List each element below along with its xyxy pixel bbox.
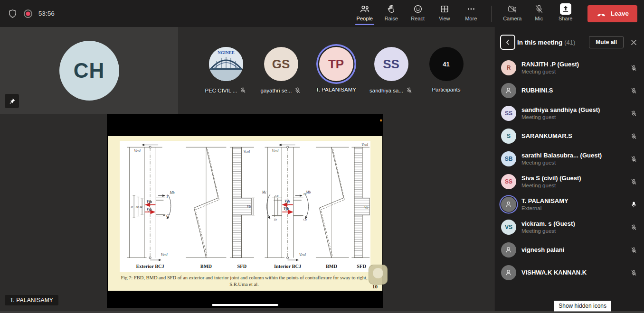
participant-row[interactable]: SSsandhiya sandhiya (Guest)Meeting guest [494, 102, 644, 125]
caption-line1: Fig 7: FBD, BMD and SFD of an exterior a… [121, 275, 367, 280]
chevron-left-icon [504, 39, 511, 46]
diagram-column-label: BMD [200, 264, 212, 269]
strip-participant-name: T. PALANISAMY [316, 87, 356, 92]
camera-toggle-button[interactable]: Camera [499, 2, 526, 25]
toolbar-divider [491, 6, 492, 22]
participants-panel-header: In this meeting(41) Mute all [494, 27, 644, 55]
tab-label: More [465, 16, 477, 21]
pin-button[interactable] [5, 94, 19, 108]
tab-view[interactable]: View [431, 2, 458, 25]
mic-muted-icon[interactable] [630, 156, 637, 163]
participant-row[interactable]: VSvickram. s (Guest)Meeting guest [494, 216, 644, 239]
tab-react[interactable]: React [405, 2, 431, 25]
diagram-label: hb [136, 205, 139, 208]
participant-row[interactable]: RRANJITH .P (Guest)Meeting guest [494, 56, 644, 79]
participant-subtitle: External [521, 205, 568, 212]
diagram-label: Vcol [361, 142, 368, 147]
default-person-avatar [501, 197, 516, 212]
close-panel-button[interactable] [629, 38, 638, 47]
mic-muted-icon[interactable] [630, 178, 637, 185]
participant-row[interactable]: VISHWA.K KANNAN.K [494, 261, 644, 284]
participant-name: RANJITH .P (Guest) [521, 61, 579, 68]
mic-toggle-button[interactable]: Mic [526, 2, 552, 25]
shield-icon [8, 9, 18, 19]
tab-raise[interactable]: Raise [378, 2, 405, 25]
participant-subtitle: Meeting guest [521, 228, 575, 234]
initials-avatar: S [501, 129, 516, 144]
pin-icon [9, 98, 16, 105]
filmstrip-participant-tile[interactable]: NGINEEPEC CIVIL ... [201, 47, 251, 94]
mic-muted-icon [294, 87, 301, 94]
participant-name: T. PALANISAMY [521, 197, 568, 205]
people-icon [359, 4, 370, 14]
diagram-label: Vjh [284, 199, 290, 203]
participants-overflow-tile[interactable]: 41Participants [421, 47, 472, 92]
initials-avatar: GS [264, 47, 298, 81]
participant-subtitle: Meeting guest [521, 159, 602, 166]
initials-avatar: SB [501, 151, 516, 166]
tab-label: Raise [385, 16, 398, 21]
raise-hand-icon [386, 4, 397, 14]
mic-muted-icon[interactable] [630, 247, 637, 254]
device-label: Camera [503, 16, 521, 21]
diagram-label: Vcol [161, 253, 168, 257]
participant-name: RUBHINI.S [521, 87, 553, 94]
participant-row[interactable]: SBsarathi Balasubra... (Guest)Meeting gu… [494, 147, 644, 170]
diagram-label: Vb [364, 205, 369, 210]
participants-count-avatar: 41 [429, 47, 464, 81]
diagram-label: Vjh [147, 200, 152, 204]
mic-muted-icon[interactable] [630, 269, 637, 276]
mic-on-icon[interactable] [630, 201, 637, 208]
participant-row[interactable]: SSSiva S (civil) (Guest)Meeting guest [494, 170, 644, 193]
tab-label: React [411, 16, 425, 21]
close-icon [630, 39, 637, 46]
tab-more[interactable]: More [458, 2, 484, 25]
diagram-label: Cb [303, 218, 307, 221]
view-grid-icon [439, 4, 450, 14]
participant-row[interactable]: RUBHINI.S [494, 79, 644, 102]
mic-muted-icon [239, 87, 246, 94]
slide-caption: Fig 7: FBD, BMD and SFD of an exterior a… [114, 275, 375, 288]
mic-muted-icon[interactable] [630, 64, 637, 72]
participant-row[interactable]: SSARANKUMAR.S [494, 125, 644, 147]
filmstrip-participant-tile[interactable]: GSgayathri se... [256, 47, 306, 94]
leave-button[interactable]: Leave [587, 5, 637, 22]
diagram-label: Cb [275, 194, 278, 197]
mute-all-button[interactable]: Mute all [589, 36, 624, 48]
share-button[interactable]: Share [552, 2, 579, 25]
participant-name: sarathi Balasubra... (Guest) [521, 152, 602, 159]
diagram-column-label: BMD [326, 264, 338, 269]
tab-label: People [357, 16, 373, 21]
diagram-label: Vcol [134, 149, 141, 153]
mic-muted-icon[interactable] [630, 133, 637, 140]
participant-subtitle: Meeting guest [521, 182, 581, 189]
participant-row[interactable]: vignesh palani [494, 239, 644, 261]
initials-avatar: SS [374, 47, 408, 81]
diagram-label: Tb [274, 218, 276, 221]
tab-label: View [439, 16, 450, 21]
filmstrip-participant-tile[interactable]: SSsandhiya sa... [366, 47, 417, 94]
participant-row[interactable]: T. PALANISAMYExternal [494, 193, 644, 216]
share-screen-icon [559, 4, 572, 14]
participant-filmstrip: NGINEEPEC CIVIL ...GSgayathri se...TPT. … [178, 27, 494, 114]
mic-muted-icon[interactable] [630, 87, 637, 94]
mic-muted-icon[interactable] [630, 224, 637, 231]
participant-list: RRANJITH .P (Guest)Meeting guestRUBHINI.… [494, 55, 644, 284]
main-video-tile[interactable]: CH [0, 27, 178, 114]
tab-people[interactable]: People [351, 2, 378, 25]
participant-name: SARANKUMAR.S [521, 132, 572, 140]
participant-count: (41) [564, 39, 575, 46]
participant-name: vickram. s (Guest) [521, 220, 575, 228]
panel-title: In this meeting(41) [517, 39, 575, 46]
strip-participant-name: gayathri se... [261, 88, 292, 93]
share-control-handle [212, 304, 278, 306]
strip-participant-name: sandhiya sa... [369, 88, 403, 93]
diagram-label: Vcol [299, 253, 306, 257]
default-person-avatar [501, 242, 516, 258]
more-ellipsis-icon [466, 4, 476, 14]
initials-avatar: VS [501, 220, 516, 235]
filmstrip-participant-tile[interactable]: TPT. PALANISAMY [311, 47, 361, 92]
initials-avatar: R [501, 60, 516, 75]
mic-muted-icon[interactable] [630, 110, 637, 117]
back-button[interactable] [500, 35, 515, 50]
